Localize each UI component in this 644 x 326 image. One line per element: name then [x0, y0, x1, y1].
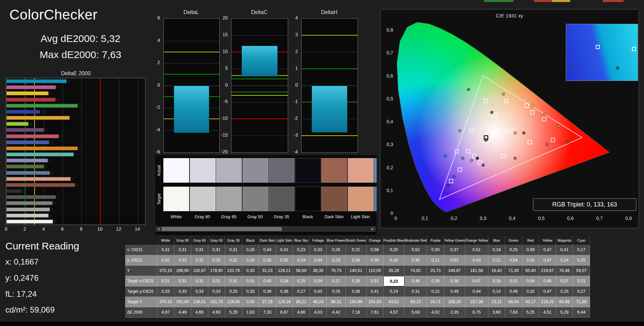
table-cell[interactable]: 23,11: [488, 297, 505, 307]
table-cell[interactable]: 0,38: [367, 255, 384, 266]
target-swatch-white[interactable]: [163, 187, 189, 211]
actual-swatch-gray-80[interactable]: [190, 158, 216, 183]
table-cell[interactable]: 0,28: [242, 245, 259, 255]
table-cell[interactable]: 0,14: [488, 286, 505, 297]
target-swatch-blue-sky[interactable]: [374, 187, 377, 211]
table-cell[interactable]: 71,88: [573, 297, 590, 307]
table-cell[interactable]: 0,33: [310, 245, 327, 255]
table-cell[interactable]: 69,21: [293, 297, 310, 307]
table-cell[interactable]: 0,18: [488, 245, 505, 255]
table-cell[interactable]: 0,23: [293, 245, 310, 255]
table-cell[interactable]: 370,15: [157, 297, 174, 307]
table-cell[interactable]: 129,21: [276, 266, 293, 276]
table-cell[interactable]: 4,51: [539, 307, 556, 318]
table-cell[interactable]: 58,59: [293, 266, 310, 276]
table-cell[interactable]: 0,41: [367, 286, 384, 297]
table-cell[interactable]: 0,37: [556, 276, 573, 286]
table-cell[interactable]: 0,33: [157, 286, 174, 297]
table-cell[interactable]: 0,33: [174, 286, 192, 297]
table-cell[interactable]: 35,28: [383, 266, 405, 276]
table-cell[interactable]: 0,31: [157, 276, 174, 286]
table-cell[interactable]: 0,35: [276, 255, 293, 266]
table-cell[interactable]: 236,01: [191, 297, 208, 307]
table-cell[interactable]: 0,31: [174, 276, 192, 286]
table-cell[interactable]: 0,36: [259, 286, 276, 297]
table-cell[interactable]: 0,23: [327, 255, 345, 266]
table-cell[interactable]: 286,90: [174, 266, 192, 276]
table-cell[interactable]: 7,61: [367, 307, 384, 318]
table-cell[interactable]: 74,82: [405, 266, 427, 276]
table-cell[interactable]: 7,33: [259, 307, 276, 318]
table-cell[interactable]: 6,75: [465, 307, 488, 318]
table-cell[interactable]: 0,12: [488, 255, 505, 266]
actual-swatch-black[interactable]: [295, 158, 321, 183]
table-cell[interactable]: 140,51: [346, 266, 367, 276]
table-cell[interactable]: 0,44: [259, 245, 276, 255]
table-cell[interactable]: 161,58: [465, 266, 488, 276]
target-swatch-gray-50[interactable]: [243, 187, 268, 211]
table-cell[interactable]: 370,15: [157, 266, 174, 276]
table-cell[interactable]: 0,25: [293, 276, 310, 286]
table-cell[interactable]: 0,35: [259, 255, 276, 266]
table-cell[interactable]: 0,49: [505, 286, 522, 297]
table-cell[interactable]: 0,31: [174, 245, 192, 255]
table-cell[interactable]: 149,87: [444, 266, 465, 276]
table-cell[interactable]: 0,36: [346, 286, 367, 297]
table-cell[interactable]: 4,66: [293, 307, 310, 318]
table-cell[interactable]: 37,29: [259, 297, 276, 307]
table-cell[interactable]: 0,32: [191, 255, 208, 266]
table-cell[interactable]: 4,49: [174, 307, 192, 318]
table-cell[interactable]: 0,21: [573, 276, 590, 286]
table-cell[interactable]: 0,31: [225, 276, 242, 286]
table-cell[interactable]: 0,45: [539, 276, 556, 286]
table-cell[interactable]: 0,51: [367, 276, 384, 286]
table-cell[interactable]: 0,21: [427, 255, 444, 266]
patch-strip-scrollbar[interactable]: ◄ ►: [156, 226, 376, 232]
table-cell[interactable]: 0,47: [465, 276, 488, 286]
table-cell[interactable]: 0,38: [444, 276, 465, 286]
scroll-right-arrow-icon[interactable]: ►: [370, 227, 375, 231]
actual-swatch-gray-50[interactable]: [243, 158, 268, 183]
table-cell[interactable]: 0,25: [327, 286, 345, 297]
table-cell[interactable]: 0,24: [556, 255, 573, 266]
table-cell[interactable]: 110,00: [367, 266, 384, 276]
table-cell[interactable]: 0,31: [505, 276, 522, 286]
target-swatch-gray-65[interactable]: [216, 187, 242, 211]
table-cell[interactable]: 3,60: [488, 307, 505, 318]
table-cell[interactable]: 71,30: [505, 266, 522, 276]
table-cell[interactable]: 0,30: [427, 245, 444, 255]
table-cell[interactable]: 18,42: [488, 266, 505, 276]
table-cell[interactable]: 157,36: [465, 297, 488, 307]
target-swatch-light-skin[interactable]: [348, 187, 374, 211]
table-cell[interactable]: 0,26: [346, 276, 367, 286]
table-cell[interactable]: 0,33: [242, 286, 259, 297]
table-cell[interactable]: 0,46: [405, 276, 427, 286]
table-cell[interactable]: 0,20: [383, 245, 405, 255]
table-cell[interactable]: 78,73: [327, 266, 345, 276]
table-cell[interactable]: 0,24: [242, 255, 259, 266]
table-cell[interactable]: 0,54: [522, 276, 539, 286]
table-cell[interactable]: 4,03: [310, 307, 327, 318]
table-cell[interactable]: 0,25: [556, 286, 573, 297]
table-cell[interactable]: 0,33: [208, 286, 225, 297]
table-cell[interactable]: 126,56: [225, 297, 242, 307]
table-cell[interactable]: 0,47: [539, 245, 556, 255]
table-cell[interactable]: 0,31: [225, 245, 242, 255]
table-cell[interactable]: 292,90: [174, 297, 192, 307]
table-cell[interactable]: 0,19: [383, 286, 405, 297]
table-cell[interactable]: 0,16: [383, 255, 405, 266]
table-cell[interactable]: 5,25: [522, 307, 539, 318]
table-cell[interactable]: 0,37: [444, 245, 465, 255]
table-cell[interactable]: 120,78: [225, 266, 242, 276]
table-cell[interactable]: 0,31: [191, 245, 208, 255]
table-cell[interactable]: 218,25: [539, 297, 556, 307]
table-cell[interactable]: 0,41: [276, 245, 293, 255]
table-cell[interactable]: 4,97: [157, 307, 174, 318]
table-cell[interactable]: 85,04: [505, 297, 522, 307]
table-cell[interactable]: 0,27: [293, 286, 310, 297]
table-cell[interactable]: 69,13: [405, 297, 427, 307]
scroll-left-arrow-icon[interactable]: ◄: [156, 227, 161, 231]
table-cell[interactable]: 0,00: [242, 297, 259, 307]
table-cell[interactable]: 0,47: [539, 255, 556, 266]
table-cell[interactable]: 0,25: [573, 255, 590, 266]
